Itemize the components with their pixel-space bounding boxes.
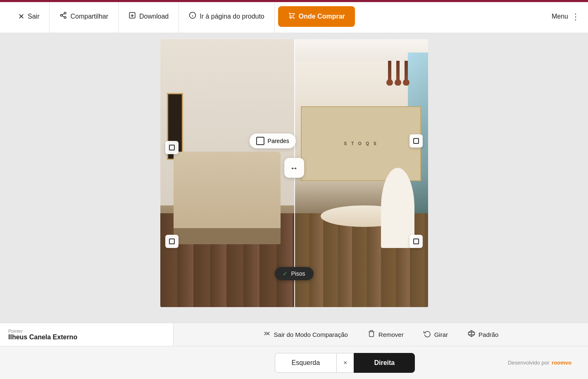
pendant-1 — [388, 61, 391, 86]
paredes-right-badge[interactable] — [409, 134, 423, 148]
download-label: Download — [139, 13, 169, 20]
svg-point-2 — [64, 17, 67, 19]
left-button[interactable]: Esquerda — [275, 353, 337, 373]
product-label: Ir à página do produto — [200, 13, 264, 20]
close-x-icon: × — [343, 359, 347, 366]
handle-br-icon — [413, 238, 419, 244]
exit-comparison-icon — [263, 330, 271, 339]
handle-bl-icon — [169, 238, 175, 244]
left-room-content — [160, 39, 294, 307]
handle-tl-icon — [169, 145, 175, 150]
handle-top-left[interactable] — [165, 141, 179, 154]
rotate-label: Girar — [434, 331, 448, 338]
more-options-icon[interactable]: ⋮ — [571, 12, 580, 21]
bottom-bar: Esquerda × Direita Desenvolvido por room… — [0, 346, 588, 379]
room-right: S T O Q S — [294, 39, 428, 307]
info-icon — [189, 12, 196, 21]
right-button[interactable]: Direita — [354, 353, 415, 373]
remove-button[interactable]: Remover — [368, 330, 404, 339]
right-room-content: S T O Q S — [294, 39, 428, 307]
pisos-label: Pisos — [291, 270, 305, 277]
bottom-controls: Esquerda × Direita — [182, 353, 508, 373]
download-icon — [129, 12, 136, 21]
product-label-text: Pointer — [8, 329, 77, 334]
share-label: Compartilhar — [70, 13, 108, 20]
product-info: Pointer Ilheus Canela Externo — [8, 329, 77, 341]
exit-button[interactable]: ✕ Sair — [8, 0, 50, 33]
close-comparison-button[interactable]: × — [337, 353, 354, 373]
svg-line-4 — [62, 14, 64, 15]
exit-comparison-label: Sair do Modo Comparação — [274, 331, 348, 338]
default-icon — [468, 330, 475, 339]
buy-label: Onde Comprar — [299, 13, 345, 20]
pendant-3 — [405, 61, 408, 86]
paredes-left-label: Paredes — [268, 138, 289, 144]
rotate-button[interactable]: Girar — [424, 330, 448, 339]
buy-icon — [288, 12, 295, 21]
handle-bottom-left[interactable] — [165, 235, 179, 248]
comparison-bar: Sair do Modo Comparação Remover Girar — [174, 323, 588, 346]
arrow-icon: ↔ — [290, 163, 298, 173]
paredes-badge-left[interactable]: Paredes — [250, 133, 296, 148]
share-button[interactable]: Compartilhar — [50, 0, 119, 33]
menu-label[interactable]: Menu — [552, 13, 568, 20]
product-page-button[interactable]: Ir à página do produto — [179, 0, 275, 33]
branding-prefix: Desenvolvido por — [508, 360, 549, 366]
pendant-2 — [396, 61, 400, 86]
exit-label: Sair — [28, 13, 39, 20]
pisos-badge[interactable]: ✓ Pisos — [274, 267, 313, 280]
download-button[interactable]: Download — [119, 0, 179, 33]
trash-icon — [368, 330, 375, 339]
remove-label: Remover — [379, 331, 404, 338]
sofa — [174, 152, 281, 232]
divider-handle[interactable]: ↔ — [284, 158, 304, 178]
menu-area: Menu ⋮ — [543, 12, 580, 21]
paredes-right-icon — [413, 138, 419, 144]
product-name: Ilheus Canela Externo — [8, 334, 77, 341]
svg-line-3 — [62, 16, 64, 17]
share-icon — [60, 12, 67, 21]
topbar: ✕ Sair Compartilhar Download Ir à página… — [0, 0, 588, 33]
branding-area: Desenvolvido por roomvo — [508, 360, 580, 366]
default-button[interactable]: Padrão — [468, 330, 498, 339]
svg-point-1 — [61, 14, 63, 17]
exit-comparison-button[interactable]: Sair do Modo Comparação — [263, 330, 348, 339]
canvas-area: S T O Q S Paredes ↔ — [0, 35, 588, 346]
room-left — [160, 39, 294, 307]
room-container: S T O Q S Paredes ↔ — [160, 39, 428, 307]
buy-button[interactable]: Onde Comprar — [278, 6, 355, 27]
paredes-left-icon — [256, 137, 264, 145]
branding-name: roomvo — [552, 360, 571, 366]
left-info-panel: Pointer Ilheus Canela Externo — [0, 323, 174, 346]
accent-bar — [0, 0, 588, 2]
rotate-icon — [424, 330, 431, 339]
pisos-check-icon: ✓ — [283, 270, 288, 277]
close-icon: ✕ — [18, 12, 24, 21]
svg-point-0 — [64, 12, 67, 14]
handle-bottom-right[interactable] — [409, 235, 423, 248]
pendant-lights — [388, 61, 408, 86]
default-label: Padrão — [478, 331, 498, 338]
